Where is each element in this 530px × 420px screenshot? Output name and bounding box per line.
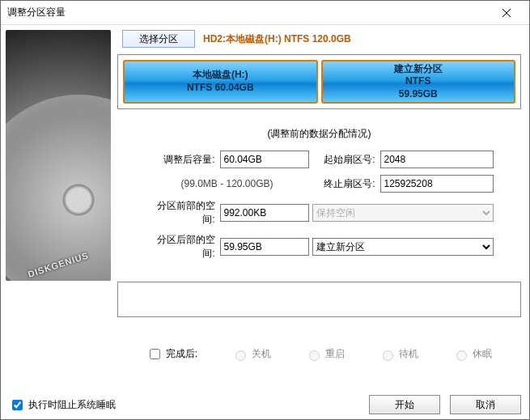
window-title: 调整分区容量 (7, 6, 66, 19)
hibernate-label: 休眠 (473, 347, 492, 361)
select-partition-button[interactable]: 选择分区 (122, 30, 195, 48)
close-icon (502, 9, 511, 17)
reboot-label: 重启 (325, 347, 345, 361)
end-sector-label: 终止扇区号: (312, 177, 377, 191)
resize-partition-window: 调整分区容量 DISKGENIUS 选择分区 HD2:本地磁盘(H:) NTFS… (0, 0, 530, 420)
after-done-label: 完成后: (166, 347, 197, 361)
partition-seg-label: 建立新分区 (394, 63, 443, 76)
shutdown-label: 关机 (252, 347, 271, 361)
partition-seg-current[interactable]: 本地磁盘(H:) NTFS 60.04GB (123, 60, 318, 104)
hibernate-radio (456, 350, 467, 361)
after-size-input[interactable] (220, 151, 309, 168)
hard-disk-illustration: DISKGENIUS (6, 30, 111, 281)
standby-radio (383, 350, 393, 361)
front-space-label: 分区前部的空间: (146, 199, 217, 227)
preview-frame (117, 282, 521, 317)
start-button[interactable]: 开始 (369, 395, 440, 414)
post-action-row: 完成后: 关机 重启 待机 休眠 (117, 346, 521, 362)
start-sector-label: 起始扇区号: (312, 153, 377, 167)
selected-disk-label: HD2:本地磁盘(H:) NTFS 120.0GB (203, 32, 351, 46)
rear-space-input[interactable] (220, 238, 309, 256)
size-range-hint: (99.0MB - 120.00GB) (146, 178, 309, 189)
footer: 执行时阻止系统睡眠 开始 取消 (1, 390, 529, 419)
partition-diagram-frame: 本地磁盘(H:) NTFS 60.04GB 建立新分区 NTFS 59.95GB (117, 54, 521, 109)
end-sector-input[interactable] (380, 175, 494, 193)
prevent-sleep-label: 执行时阻止系统睡眠 (28, 398, 116, 412)
partition-seg-size: 59.95GB (399, 88, 438, 101)
titlebar: 调整分区容量 (1, 1, 529, 25)
options-form: 调整后容量: 起始扇区号: (99.0MB - 120.00GB) 终止扇区号:… (117, 151, 521, 261)
partition-seg-label: 本地磁盘(H:) (193, 69, 248, 82)
partition-seg-new[interactable]: 建立新分区 NTFS 59.95GB (321, 60, 516, 104)
after-size-label: 调整后容量: (146, 153, 217, 167)
main-panel: 选择分区 HD2:本地磁盘(H:) NTFS 120.0GB 本地磁盘(H:) … (117, 30, 521, 382)
brand-label: DISKGENIUS (27, 250, 90, 279)
rear-space-label: 分区后部的空间: (146, 233, 217, 261)
close-button[interactable] (490, 2, 523, 24)
front-space-input[interactable] (220, 204, 309, 222)
diagram-hint: (调整前的数据分配情况) (117, 127, 521, 141)
prevent-sleep-checkbox[interactable] (12, 400, 23, 410)
cancel-button[interactable]: 取消 (450, 395, 521, 414)
header-row: 选择分区 HD2:本地磁盘(H:) NTFS 120.0GB (117, 30, 521, 48)
shutdown-radio (235, 350, 246, 361)
front-space-action-select: 保持空闲 (312, 204, 494, 222)
rear-space-action-select[interactable]: 建立新分区 (312, 238, 494, 256)
partition-seg-sublabel: NTFS (405, 75, 430, 88)
after-done-checkbox[interactable] (150, 349, 160, 359)
body: DISKGENIUS 选择分区 HD2:本地磁盘(H:) NTFS 120.0G… (1, 25, 529, 390)
start-sector-input[interactable] (380, 151, 494, 168)
sidebar-illustration: DISKGENIUS (6, 30, 111, 382)
standby-label: 待机 (399, 347, 418, 361)
reboot-radio (309, 350, 320, 361)
partition-seg-sublabel: NTFS 60.04GB (187, 82, 254, 95)
partition-bar[interactable]: 本地磁盘(H:) NTFS 60.04GB 建立新分区 NTFS 59.95GB (123, 60, 515, 104)
